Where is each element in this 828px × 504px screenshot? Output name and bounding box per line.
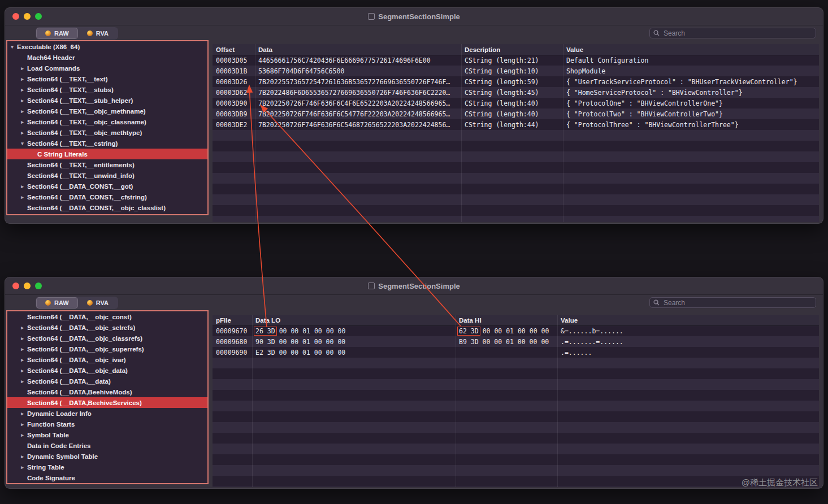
minimize-button[interactable] (24, 283, 31, 289)
raw-tab[interactable]: RAW (36, 297, 78, 309)
chevron-right-icon[interactable]: ▸ (19, 357, 26, 363)
zoom-button[interactable] (35, 283, 42, 289)
chevron-down-icon[interactable]: ▾ (19, 141, 26, 146)
titlebar[interactable]: SegmentSectionSimple (5, 277, 823, 295)
table-row[interactable]: 0000968090 3D 00 00 01 00 00 00B9 3D 00 … (213, 336, 819, 347)
sidebar-item[interactable]: ▸Section64 (__TEXT,__objc_methtype) (7, 127, 207, 138)
column-divider (563, 44, 563, 222)
chevron-right-icon[interactable]: ▸ (19, 368, 26, 373)
search-field[interactable] (649, 28, 816, 38)
table-row[interactable]: 00003D267B202255736572547261636B53657276… (213, 76, 819, 87)
sidebar-item[interactable]: ▸Section64 (__DATA,__objc_superrefs) (7, 344, 207, 354)
search-input[interactable] (662, 298, 812, 307)
chevron-right-icon[interactable]: ▸ (19, 119, 26, 125)
rva-tab[interactable]: RVA (78, 297, 118, 309)
sidebar-item[interactable]: ▸Dynamic Symbol Table (7, 451, 207, 462)
sidebar-item[interactable]: Section64 (__DATA,__objc_const) (7, 311, 207, 322)
sidebar-item[interactable]: ▸Section64 (__TEXT,__objc_methname) (7, 106, 207, 116)
column-header[interactable]: Value (563, 44, 819, 55)
sidebar-item[interactable]: Section64 (__DATA_CONST,__objc_classlist… (7, 202, 207, 213)
sidebar-item[interactable]: Code Signature (7, 472, 207, 483)
chevron-right-icon[interactable]: ▸ (19, 454, 26, 459)
sidebar-item[interactable]: ▸Section64 (__DATA,__objc_classrefs) (7, 333, 207, 344)
sidebar-item[interactable]: ▸Section64 (__DATA_CONST,__cfstring) (7, 192, 207, 202)
chevron-right-icon[interactable]: ▸ (19, 325, 26, 331)
sidebar-item[interactable]: ▸Section64 (__TEXT,__stub_helper) (7, 95, 207, 106)
chevron-down-icon[interactable]: ▾ (8, 44, 16, 50)
window-proxy-icon[interactable] (368, 283, 375, 289)
table-row[interactable]: 00003DB97B202250726F746F636F6C54776F2220… (213, 108, 819, 119)
column-header[interactable]: pFile (213, 315, 252, 325)
table-row[interactable]: 00003D0544656661756C7420436F6E6669677572… (213, 55, 819, 66)
sidebar-item[interactable]: ▸Load Commands (7, 63, 207, 73)
sidebar-item[interactable]: ▸Section64 (__DATA,__objc_data) (7, 365, 207, 376)
chevron-right-icon[interactable]: ▸ (19, 379, 26, 384)
sidebar-item-label: Data in Code Entries (27, 442, 90, 449)
sidebar-item[interactable]: ▸Section64 (__TEXT,__stubs) (7, 84, 207, 95)
rva-tab-label: RVA (96, 299, 109, 306)
sidebar-item[interactable]: Mach64 Header (7, 52, 207, 63)
zoom-button[interactable] (35, 13, 42, 20)
sidebar-item[interactable]: Section64 (__DATA,BeehiveServices) (7, 397, 207, 408)
search-field[interactable] (649, 297, 816, 308)
column-header[interactable]: Value (557, 315, 819, 325)
rva-tab-label: RVA (96, 30, 109, 37)
chevron-right-icon[interactable]: ▸ (19, 98, 26, 103)
sidebar-item[interactable]: C String Literals (7, 149, 207, 159)
chevron-right-icon[interactable]: ▸ (19, 87, 26, 93)
sidebar-item[interactable]: ▸Symbol Table (7, 429, 207, 440)
sidebar-item-label: Section64 (__DATA,__objc_data) (27, 367, 128, 374)
column-header[interactable]: Data HI (456, 315, 557, 325)
raw-tab[interactable]: RAW (36, 28, 78, 39)
sidebar-item[interactable]: ▸Section64 (__DATA,__objc_ivar) (7, 354, 207, 365)
chevron-right-icon[interactable]: ▸ (19, 66, 26, 71)
sidebar-item[interactable]: ▸Section64 (__DATA,__data) (7, 376, 207, 386)
table-row[interactable]: 00003D907B202250726F746F636F6C4F6E652220… (213, 98, 819, 108)
table-cell: 26 3D00 00 01 00 00 00 (252, 325, 456, 336)
window-proxy-icon[interactable] (368, 13, 375, 20)
rva-tab[interactable]: RVA (78, 28, 118, 39)
sidebar-item[interactable]: ▸Section64 (__DATA,__objc_selrefs) (7, 322, 207, 333)
table-row[interactable]: 0000967026 3D00 00 01 00 00 0062 3D00 00… (213, 325, 819, 336)
sidebar-item[interactable]: ▸Dynamic Loader Info (7, 408, 207, 419)
chevron-right-icon[interactable]: ▸ (19, 422, 26, 427)
chevron-right-icon[interactable]: ▸ (19, 76, 26, 82)
sidebar-item[interactable]: Section64 (__TEXT,__entitlements) (7, 159, 207, 170)
titlebar[interactable]: SegmentSectionSimple (5, 8, 823, 25)
table-row[interactable]: 00009690E2 3D 00 00 01 00 00 00.=...... (213, 347, 819, 358)
chevron-right-icon[interactable]: ▸ (19, 130, 26, 136)
sidebar-item[interactable]: ▸Section64 (__TEXT,__text) (7, 73, 207, 84)
column-header[interactable]: Offset (213, 44, 255, 55)
sidebar-item[interactable]: ▸String Table (7, 462, 207, 472)
sidebar-item[interactable]: ▸Section64 (__TEXT,__objc_classname) (7, 116, 207, 127)
sidebar-item[interactable]: Section64 (__TEXT,__unwind_info) (7, 170, 207, 181)
column-header[interactable]: Data (255, 44, 461, 55)
chevron-right-icon[interactable]: ▸ (19, 411, 26, 416)
chevron-right-icon[interactable]: ▸ (19, 184, 26, 189)
close-button[interactable] (12, 13, 19, 20)
table-cell: E2 3D 00 00 01 00 00 00 (252, 347, 456, 358)
minimize-button[interactable] (24, 13, 31, 20)
toolbar: RAW RVA (5, 295, 823, 310)
column-header[interactable]: Data LO (252, 315, 456, 325)
sidebar-item[interactable]: ▸Section64 (__DATA_CONST,__got) (7, 181, 207, 192)
chevron-right-icon[interactable]: ▸ (19, 346, 26, 352)
chevron-right-icon[interactable]: ▸ (19, 194, 26, 200)
column-header[interactable]: Description (461, 44, 563, 55)
sidebar-item[interactable]: Data in Code Entries (7, 440, 207, 451)
sidebar-item[interactable]: ▾Executable (X86_64) (7, 41, 207, 52)
chevron-right-icon[interactable]: ▸ (19, 108, 26, 114)
search-input[interactable] (662, 29, 812, 38)
table-row[interactable]: 00003DE27B202250726F746F636F6C5468726565… (213, 119, 819, 130)
sidebar-item[interactable]: ▾Section64 (__TEXT,__cstring) (7, 138, 207, 149)
chevron-right-icon[interactable]: ▸ (19, 336, 26, 341)
close-button[interactable] (12, 283, 19, 289)
sidebar-item[interactable]: Section64 (__DATA,BeehiveMods) (7, 386, 207, 397)
chevron-right-icon[interactable]: ▸ (19, 464, 26, 470)
sidebar-item[interactable]: ▸Function Starts (7, 419, 207, 429)
chevron-right-icon[interactable]: ▸ (19, 432, 26, 438)
table-cell: 44656661756C7420436F6E66696775726174696F… (255, 55, 461, 66)
table-row[interactable]: 00003D627B2022486F6D65536572766963655072… (213, 87, 819, 98)
table-row[interactable]: 00003D1B53686F704D6F64756C6500CString (l… (213, 66, 819, 76)
table-cell: 00003D05 (213, 55, 255, 66)
